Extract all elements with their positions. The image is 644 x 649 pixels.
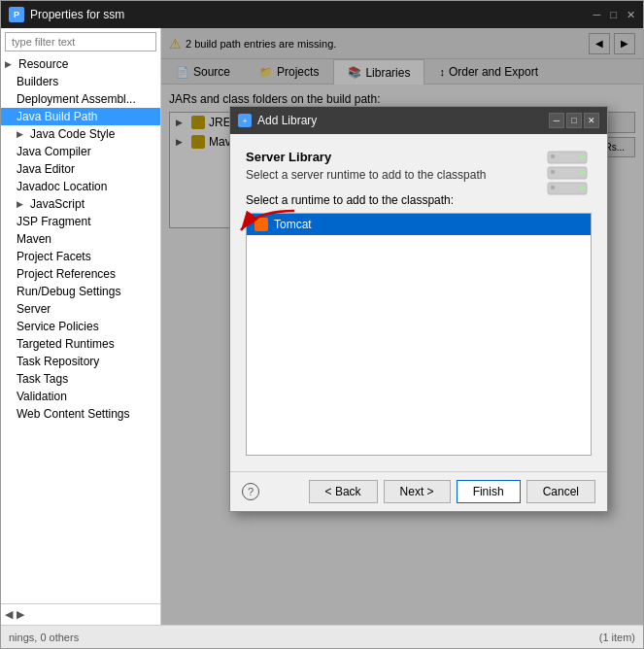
- sidebar-label: Resource: [18, 57, 68, 71]
- svg-rect-7: [551, 186, 555, 189]
- title-bar: P Properties for ssm ─ □ ✕: [1, 1, 643, 28]
- window-icon: P: [9, 7, 24, 22]
- sidebar-label: Project Facets: [17, 250, 91, 263]
- sidebar-label: Run/Debug Settings: [17, 285, 120, 298]
- sidebar-label: Java Editor: [17, 162, 75, 176]
- sidebar-label: Project References: [17, 267, 116, 281]
- sidebar-item-maven[interactable]: Maven: [1, 230, 160, 248]
- sidebar-item-targeted-runtimes[interactable]: Targeted Runtimes: [1, 335, 160, 353]
- sidebar-item-project-references[interactable]: Project References: [1, 265, 160, 283]
- sidebar-label: Web Content Settings: [17, 407, 130, 421]
- sidebar-item-project-facets[interactable]: Project Facets: [1, 248, 160, 265]
- sidebar-list: ▶ Resource Builders Deployment Assembl..…: [1, 55, 160, 603]
- modal-title-left: + Add Library: [238, 114, 317, 127]
- window-title: Properties for ssm: [30, 8, 593, 21]
- status-errors: nings, 0 others: [9, 632, 79, 643]
- modal-subtitle: Select a runtime to add to the classpath…: [246, 193, 592, 207]
- sidebar-item-javascript[interactable]: ▶ JavaScript: [1, 195, 160, 213]
- sidebar-label: Java Compiler: [17, 145, 91, 158]
- modal-title-bar: + Add Library ─ □ ✕: [230, 107, 607, 134]
- svg-rect-4: [551, 170, 555, 174]
- cancel-button[interactable]: Cancel: [526, 480, 595, 503]
- modal-minimize-button[interactable]: ─: [549, 113, 564, 128]
- runtime-list[interactable]: Tomcat: [246, 213, 592, 456]
- modal-restore-button[interactable]: □: [566, 113, 582, 128]
- sidebar-label: Java Build Path: [17, 110, 97, 123]
- runtime-item-tomcat[interactable]: Tomcat: [247, 214, 591, 235]
- main-window: P Properties for ssm ─ □ ✕ ▶ Resource Bu…: [0, 0, 644, 649]
- sidebar-label: Java Code Style: [30, 127, 115, 141]
- runtime-label: Tomcat: [274, 218, 312, 231]
- sidebar-item-task-repository[interactable]: Task Repository: [1, 353, 160, 370]
- sidebar-item-java-code-style[interactable]: ▶ Java Code Style: [1, 125, 160, 143]
- add-library-modal: + Add Library ─ □ ✕: [229, 106, 608, 512]
- sidebar-label: Maven: [17, 232, 51, 246]
- status-items: (1 item): [599, 632, 635, 643]
- sidebar-item-web-content-settings[interactable]: Web Content Settings: [1, 405, 160, 423]
- sidebar-item-java-editor[interactable]: Java Editor: [1, 160, 160, 178]
- modal-description: Select a server runtime to add to the cl…: [246, 168, 592, 182]
- expand-icon: ▶: [17, 129, 28, 139]
- sidebar-bottom: ◀ ▶: [1, 603, 160, 625]
- sidebar-nav-left[interactable]: ◀: [5, 608, 13, 621]
- svg-point-8: [580, 187, 584, 190]
- tomcat-icon: [254, 218, 268, 231]
- modal-footer-buttons: < Back Next > Finish Cancel: [309, 480, 595, 503]
- server-graphic: [543, 150, 592, 211]
- sidebar-label: Server: [17, 302, 51, 316]
- expand-icon: ▶: [17, 199, 28, 209]
- svg-point-5: [580, 171, 584, 175]
- modal-section-title: Server Library: [246, 150, 592, 164]
- sidebar-item-builders[interactable]: Builders: [1, 73, 160, 90]
- close-button[interactable]: ✕: [627, 9, 635, 21]
- svg-point-2: [580, 155, 584, 159]
- maximize-button[interactable]: □: [610, 9, 617, 21]
- back-button[interactable]: < Back: [309, 480, 378, 503]
- expand-icon: ▶: [5, 59, 17, 69]
- sidebar-item-resource[interactable]: ▶ Resource: [1, 55, 160, 73]
- modal-title: Add Library: [257, 114, 317, 127]
- filter-input[interactable]: [5, 32, 156, 51]
- minimize-button[interactable]: ─: [593, 9, 601, 21]
- modal-footer: ? < Back Next > Finish Cancel: [230, 471, 607, 511]
- sidebar-item-javadoc-location[interactable]: Javadoc Location: [1, 178, 160, 195]
- sidebar-nav-right[interactable]: ▶: [17, 608, 24, 621]
- sidebar-item-run-debug[interactable]: Run/Debug Settings: [1, 283, 160, 300]
- sidebar-item-service-policies[interactable]: Service Policies: [1, 318, 160, 335]
- sidebar-item-validation[interactable]: Validation: [1, 388, 160, 405]
- modal-controls: ─ □ ✕: [549, 113, 599, 128]
- sidebar-item-server[interactable]: Server: [1, 300, 160, 318]
- sidebar-label: Task Repository: [17, 355, 99, 368]
- modal-content-area: Server Library Select a server runtime t…: [246, 150, 592, 182]
- sidebar-item-jsp-fragment[interactable]: JSP Fragment: [1, 213, 160, 230]
- sidebar-label: Task Tags: [17, 372, 68, 386]
- sidebar-item-java-compiler[interactable]: Java Compiler: [1, 143, 160, 160]
- modal-close-button[interactable]: ✕: [584, 113, 599, 128]
- window-body: ▶ Resource Builders Deployment Assembl..…: [1, 28, 643, 625]
- svg-rect-1: [551, 154, 555, 158]
- modal-body: Server Library Select a server runtime t…: [230, 134, 607, 471]
- sidebar-label: JSP Fragment: [17, 215, 90, 228]
- sidebar: ▶ Resource Builders Deployment Assembl..…: [1, 28, 161, 625]
- finish-button[interactable]: Finish: [457, 480, 521, 503]
- sidebar-label: Targeted Runtimes: [17, 337, 115, 351]
- sidebar-label: Javadoc Location: [17, 180, 107, 193]
- title-bar-controls: ─ □ ✕: [593, 9, 635, 21]
- main-content: ⚠ 2 build path entries are missing. ◀ ▶ …: [161, 28, 643, 625]
- sidebar-item-deployment-assembly[interactable]: Deployment Assembl...: [1, 90, 160, 108]
- next-button[interactable]: Next >: [384, 480, 451, 503]
- sidebar-item-java-build-path[interactable]: Java Build Path: [1, 108, 160, 125]
- sidebar-item-task-tags[interactable]: Task Tags: [1, 370, 160, 388]
- sidebar-label: Service Policies: [17, 320, 99, 333]
- sidebar-label: Validation: [17, 390, 67, 403]
- modal-overlay: + Add Library ─ □ ✕: [161, 28, 643, 625]
- sidebar-label: Builders: [17, 75, 58, 88]
- help-button[interactable]: ?: [242, 483, 259, 500]
- sidebar-label: Deployment Assembl...: [17, 92, 136, 106]
- bottom-status-bar: nings, 0 others (1 item): [1, 625, 643, 648]
- sidebar-label: JavaScript: [30, 197, 85, 211]
- modal-icon: +: [238, 114, 252, 127]
